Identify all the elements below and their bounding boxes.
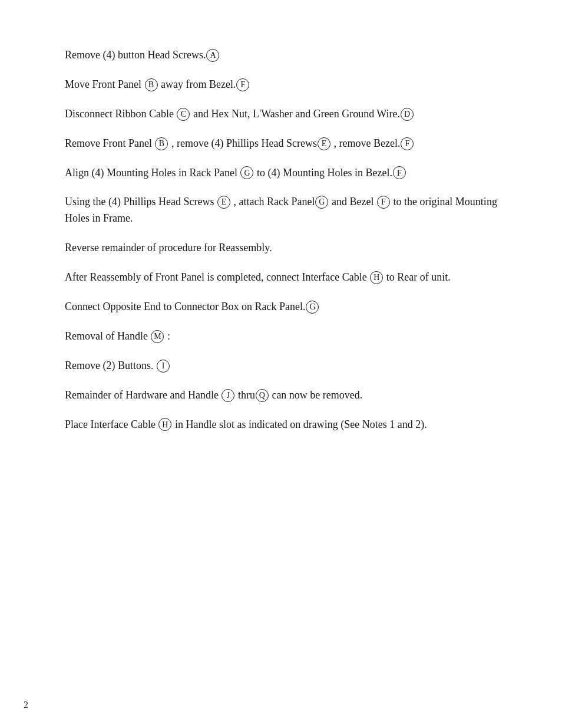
label-G-1: G (240, 166, 253, 179)
paragraph-2: Move Front Panel B away from Bezel.F (65, 77, 497, 93)
para-4-mid: , remove (4) Phillips Head Screws (168, 137, 316, 149)
paragraph-6: Using the (4) Phillips Head Screws E , a… (65, 194, 497, 227)
label-D: D (401, 108, 414, 121)
label-E-1: E (318, 137, 330, 150)
label-G-2: G (315, 196, 328, 209)
label-F-2: F (401, 137, 414, 150)
label-H-2: H (158, 418, 171, 431)
label-G-3: G (306, 301, 319, 314)
label-E-2: E (217, 196, 230, 209)
para-12-mid: thru (235, 389, 255, 401)
para-2-suffix: away from Bezel. (158, 78, 236, 90)
para-7-text: Reverse remainder of procedure for Reass… (65, 242, 272, 253)
para-4-suffix: , remove Bezel. (331, 137, 400, 149)
label-B-2: B (155, 137, 168, 150)
paragraph-12: Remainder of Hardware and Handle J thruQ… (65, 387, 497, 404)
para-12-text: Remainder of Hardware and Handle (65, 389, 221, 401)
paragraph-5: Align (4) Mounting Holes in Rack Panel G… (65, 165, 497, 182)
para-2-text: Move Front Panel (65, 78, 144, 90)
paragraph-1: Remove (4) button Head Screws.A (65, 47, 497, 64)
para-6-mid2: and Bezel (329, 196, 376, 207)
label-C: C (177, 108, 190, 121)
paragraph-9: Connect Opposite End to Connector Box on… (65, 299, 497, 315)
paragraph-3: Disconnect Ribbon Cable C and Hex Nut, L… (65, 106, 497, 123)
para-12-suffix: can now be removed. (269, 389, 362, 401)
para-4-text: Remove Front Panel (65, 137, 154, 149)
para-13-text: Place Interface Cable (65, 419, 158, 430)
paragraph-13: Place Interface Cable H in Handle slot a… (65, 417, 497, 433)
para-3-text: Disconnect Ribbon Cable (65, 108, 176, 120)
label-H-1: H (370, 271, 383, 284)
label-F-3: F (393, 166, 406, 179)
paragraph-10: Removal of Handle M : (65, 328, 497, 345)
para-8-suffix: to Rear of unit. (384, 271, 450, 283)
para-5-text: Align (4) Mounting Holes in Rack Panel (65, 167, 240, 179)
para-3-suffix: and Hex Nut, L'Washer and Green Ground W… (190, 108, 400, 120)
para-11-text: Remove (2) Buttons. (65, 360, 156, 371)
label-B-1: B (145, 78, 158, 91)
label-J: J (222, 389, 234, 402)
label-F-4: F (377, 196, 390, 209)
label-A: A (206, 49, 219, 62)
para-1-text: Remove (4) button Head Screws. (65, 49, 206, 61)
paragraph-8: After Reassembly of Front Panel is compl… (65, 269, 497, 286)
para-13-suffix: in Handle slot as indicated on drawing (… (172, 419, 427, 430)
para-9-text: Connect Opposite End to Connector Box on… (65, 301, 305, 312)
label-Q: Q (256, 389, 269, 402)
page-number: 2 (24, 700, 28, 710)
para-10-suffix: : (164, 330, 170, 342)
label-M: M (151, 330, 164, 343)
para-5-suffix: to (4) Mounting Holes in Bezel. (254, 167, 392, 179)
para-8-text: After Reassembly of Front Panel is compl… (65, 271, 369, 283)
page-content: Remove (4) button Head Screws.A Move Fro… (0, 0, 562, 493)
label-I: I (157, 360, 170, 373)
label-F-1: F (236, 78, 249, 91)
para-6-mid1: , attach Rack Panel (231, 196, 315, 207)
para-6-text: Using the (4) Phillips Head Screws (65, 196, 217, 207)
paragraph-7: Reverse remainder of procedure for Reass… (65, 240, 497, 256)
paragraph-4: Remove Front Panel B , remove (4) Philli… (65, 136, 497, 152)
paragraph-11: Remove (2) Buttons. I (65, 358, 497, 374)
para-10-text: Removal of Handle (65, 330, 150, 342)
